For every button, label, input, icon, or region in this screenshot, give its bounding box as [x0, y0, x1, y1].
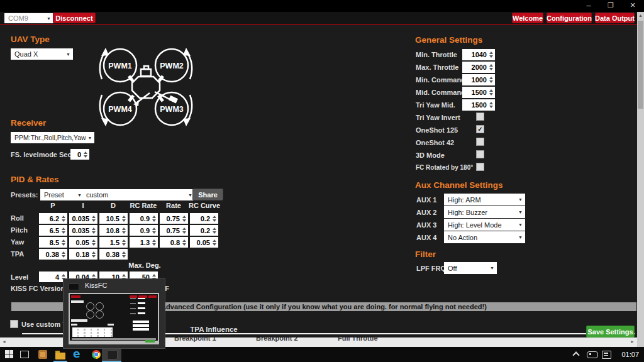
chrome-button[interactable] — [92, 350, 101, 359]
task-view-button[interactable] — [20, 351, 29, 358]
com-port-select[interactable]: COM9 ▼ — [4, 13, 53, 23]
aux2-select[interactable]: High: Buzzer▼ — [444, 206, 525, 218]
spinner[interactable] — [488, 62, 494, 72]
pid-roll-rccurve-input[interactable]: 0.2 — [190, 213, 218, 224]
spinner[interactable] — [151, 214, 157, 223]
pid-yaw-rate-input[interactable]: 0.8 — [160, 237, 188, 248]
vertical-scrollbar[interactable]: ▲ — [637, 12, 644, 347]
spinner[interactable] — [121, 238, 127, 247]
close-button[interactable]: ✕ — [628, 1, 638, 11]
start-button[interactable] — [5, 350, 13, 358]
spinner[interactable] — [151, 226, 157, 235]
spinner[interactable] — [181, 238, 187, 247]
pid-pitch-d-input[interactable]: 10.8 — [99, 225, 128, 236]
oneshot-42-checkbox[interactable] — [476, 138, 484, 146]
taskbar-clock[interactable]: 01:07 — [615, 351, 639, 358]
scroll-left-icon[interactable]: ◄ — [2, 339, 6, 344]
tray-chevron-icon[interactable] — [574, 353, 579, 358]
spinner[interactable] — [121, 226, 127, 235]
spinner[interactable] — [121, 250, 127, 259]
use-custom-tpa-checkbox[interactable] — [10, 320, 18, 328]
app-thumbnail[interactable] — [69, 293, 159, 344]
pid-yaw-p-input[interactable]: 8.5 — [39, 237, 67, 248]
preset-select[interactable]: Preset ▼ — [40, 189, 84, 200]
min-throttle-input[interactable]: 1040 — [462, 49, 495, 60]
taskbar-preview-popup[interactable]: KissFC — [63, 278, 165, 349]
tpa-d-input[interactable]: 0.38 — [99, 249, 128, 260]
edge-button[interactable]: e — [73, 348, 80, 360]
spinner[interactable] — [211, 226, 218, 235]
lpf-frq-select[interactable]: Off▼ — [444, 262, 497, 274]
tri-yaw-mid-input[interactable]: 1500 — [462, 99, 495, 111]
mid-command-label: Mid. Command — [416, 89, 465, 96]
save-settings-button[interactable]: Save Settings — [586, 326, 635, 337]
spinner[interactable] — [60, 214, 67, 223]
action-center-icon[interactable] — [602, 351, 611, 359]
thumbnail-save-button — [145, 340, 155, 343]
file-explorer-button[interactable] — [55, 351, 66, 359]
receiver-mode-select[interactable]: PPM:Thr.,Roll,Pitch,Yaw ▼ — [11, 132, 94, 143]
pid-pitch-rcrate-input[interactable]: 0.9 — [130, 225, 158, 236]
spinner[interactable] — [60, 238, 67, 247]
spinner[interactable] — [488, 87, 494, 97]
tpa-i-input[interactable]: 0.18 — [69, 249, 97, 260]
spinner[interactable] — [211, 214, 218, 223]
tpa-p-input[interactable]: 0.38 — [39, 249, 67, 260]
scroll-right-icon[interactable]: ► — [630, 339, 635, 344]
spinner[interactable] — [181, 226, 187, 235]
pid-yaw-i-input[interactable]: 0.05 — [69, 237, 97, 248]
3d-mode-checkbox[interactable] — [476, 150, 484, 158]
spinner[interactable] — [91, 238, 97, 247]
tri-yaw-invert-checkbox[interactable] — [476, 112, 484, 121]
pid-yaw-d-input[interactable]: 1.5 — [99, 237, 128, 248]
scrollbar-thumb[interactable] — [638, 21, 643, 109]
min-command-input[interactable]: 1000 — [462, 74, 495, 85]
spinner[interactable] — [181, 214, 187, 223]
uav-type-select[interactable]: Quad X ▼ — [11, 48, 73, 60]
pid-pitch-p-input[interactable]: 6.5 — [39, 225, 67, 236]
spinner[interactable] — [60, 250, 67, 259]
pid-roll-rate-input[interactable]: 0.75 — [160, 213, 188, 224]
aux3-select[interactable]: High: Level Mode▼ — [444, 219, 525, 231]
pinned-app-button[interactable] — [38, 350, 47, 359]
spinner[interactable] — [488, 50, 494, 60]
custom-preset-select[interactable]: custom ▼ — [82, 189, 195, 200]
spinner[interactable] — [82, 150, 89, 159]
nav-data-output-button[interactable]: Data Output — [595, 13, 635, 23]
pid-yaw-rccurve-input[interactable]: 0.05 — [190, 237, 218, 248]
pid-roll-p-input[interactable]: 6.2 — [39, 213, 67, 224]
pid-roll-rcrate-input[interactable]: 0.9 — [130, 213, 158, 224]
nav-configuration-button[interactable]: Configuration — [547, 13, 592, 23]
spinner[interactable] — [121, 214, 127, 223]
restore-button[interactable]: ❐ — [606, 1, 616, 11]
spinner[interactable] — [91, 226, 97, 235]
pid-yaw-rcrate-input[interactable]: 1.3 — [130, 237, 158, 248]
aux4-select[interactable]: No Action▼ — [444, 231, 525, 243]
fc-rotated-checkbox[interactable] — [476, 163, 484, 171]
spinner[interactable] — [91, 250, 97, 259]
pid-pitch-rate-input[interactable]: 0.75 — [160, 225, 188, 236]
kiss-app-hover-bg[interactable] — [102, 347, 121, 362]
oneshot-42-label: OneShot 42 — [416, 139, 454, 146]
tray-device-icon[interactable] — [587, 351, 598, 358]
spinner[interactable] — [211, 238, 218, 247]
disconnect-button[interactable]: Disconnect — [53, 13, 96, 23]
scroll-up-icon[interactable]: ▲ — [638, 13, 643, 18]
max-throttle-input[interactable]: 2000 — [462, 62, 495, 73]
nav-welcome-button[interactable]: Welcome — [512, 13, 543, 23]
pid-pitch-i-input[interactable]: 0.035 — [69, 225, 97, 236]
pid-roll-d-input[interactable]: 10.5 — [99, 213, 128, 224]
mid-command-input[interactable]: 1500 — [462, 87, 495, 98]
spinner[interactable] — [151, 238, 157, 247]
spinner[interactable] — [60, 226, 67, 235]
spinner[interactable] — [91, 214, 97, 223]
oneshot-125-checkbox[interactable]: ✓ — [476, 125, 484, 133]
aux1-select[interactable]: High: ARM▼ — [444, 194, 525, 206]
spinner[interactable] — [488, 75, 494, 85]
minimize-button[interactable]: – — [584, 1, 594, 11]
share-button[interactable]: Share — [192, 189, 223, 200]
spinner[interactable] — [488, 100, 494, 110]
pid-pitch-rccurve-input[interactable]: 0.2 — [190, 225, 218, 236]
pid-roll-i-input[interactable]: 0.035 — [69, 213, 97, 224]
failsafe-input[interactable]: 0 — [70, 149, 89, 160]
